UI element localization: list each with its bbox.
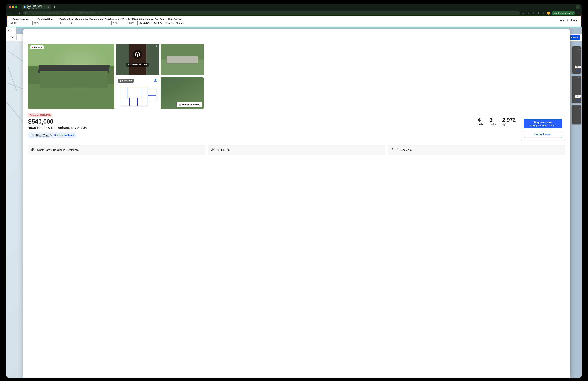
- feature-type: Single Family Residence, Residential: [28, 145, 206, 155]
- save-search-button[interactable]: search: [569, 35, 580, 40]
- fact-beds: 4 beds: [478, 117, 483, 126]
- browser-tab[interactable]: Z 4505 Renfrew Dr, Durham, N… ×: [22, 5, 51, 9]
- insurance-input[interactable]: [111, 21, 127, 25]
- new-tab-button[interactable]: +: [52, 5, 57, 9]
- location-search-input[interactable]: [8, 35, 17, 40]
- cta-box: Request a tour as early as today at 11:0…: [521, 116, 565, 141]
- tax-input[interactable]: [128, 21, 138, 25]
- profile-avatar[interactable]: [547, 12, 550, 15]
- for-sale-badge: For sale: [30, 45, 44, 49]
- extensions-icon[interactable]: ▥: [532, 12, 535, 14]
- site-info-icon[interactable]: ⓘ: [25, 12, 27, 15]
- fact-baths: 3 baths: [490, 117, 496, 126]
- svg-rect-1: [148, 89, 156, 102]
- net-cap-rate-label: Net Cap Rate: [150, 18, 164, 20]
- back-icon[interactable]: ←: [8, 12, 12, 14]
- tab-overflow-button[interactable]: ⌄: [576, 5, 580, 9]
- forward-icon[interactable]: →: [13, 12, 17, 14]
- extension-bar-highlight: Purchase price Expected Rent HOA ($/mo) …: [7, 16, 581, 27]
- building-icon: [31, 148, 35, 152]
- high-school-label: High School: [168, 18, 181, 20]
- facts-row: 4 beds 3 baths 2,972 sqft: [478, 117, 516, 141]
- cube-icon: [133, 50, 142, 59]
- floorplan-icon: ▦: [119, 80, 121, 82]
- hero-photo[interactable]: For sale: [28, 44, 114, 109]
- floor-plan-tile[interactable]: ▦ Floor plan: [116, 77, 159, 109]
- estimate-value: $3,077/mo: [36, 134, 48, 136]
- feature-lot-size: 3.66 Acres lot: [388, 145, 565, 155]
- high-school-value: Orange - Orange: [166, 21, 184, 24]
- hoa-input[interactable]: [59, 21, 69, 25]
- site-viewport: Bu search ♡ IDX™ ooo ♡ IDX™ ooo ♡: [6, 27, 582, 378]
- update-chrome-chip[interactable]: New Chrome available: [552, 11, 575, 15]
- edit-estimate-icon[interactable]: ✎: [50, 134, 52, 136]
- share-icon[interactable]: ⇪: [155, 45, 158, 48]
- url-bar[interactable]: ⓘ zillow.com/homedetails/4505-Renfrew-Dr…: [23, 11, 520, 15]
- search-icon[interactable]: ⌕: [521, 12, 525, 14]
- listing-address: 4505 Renfrew Dr, Durham, NC 27705: [28, 126, 471, 130]
- extension-bar: Purchase price Expected Rent HOA ($/mo) …: [7, 17, 581, 27]
- heart-icon[interactable]: ♡: [578, 106, 580, 110]
- card-menu-icon[interactable]: ooo: [576, 99, 580, 101]
- close-tab-icon[interactable]: ×: [48, 6, 49, 8]
- minimize-window-button[interactable]: [12, 6, 14, 8]
- listing-price: $540,000: [28, 118, 471, 125]
- results-rail: ♡ IDX™ ooo ♡ IDX™ ooo ♡: [572, 46, 581, 378]
- explore-3d-tour-label: EXPLORE 3D TOUR: [126, 63, 149, 67]
- maintenance-input[interactable]: [91, 21, 110, 25]
- nav-buy-link[interactable]: Bu: [8, 29, 11, 32]
- estimate-row: Est.: $3,077/mo ✎ Get pre-qualified: [28, 133, 76, 138]
- kebab-menu-icon[interactable]: ⋮: [576, 12, 580, 14]
- listing-panel: For sale ⇪ EXPLORE 3D TOUR: [23, 29, 570, 378]
- browser-window: Z 4505 Renfrew Dr, Durham, N… × + ⌄ ← → …: [6, 4, 582, 378]
- window-controls: [8, 6, 17, 8]
- toolbar: ← → ⟳ ⓘ zillow.com/homedetails/4505-Renf…: [6, 10, 582, 16]
- result-card[interactable]: ♡ IDX™ ooo: [572, 76, 581, 103]
- heart-icon[interactable]: ♡: [578, 47, 580, 51]
- maintenance-label: Maintenance (%/yr): [90, 18, 111, 20]
- gallery-photo[interactable]: ▦ See all 33 photos: [161, 77, 204, 109]
- close-window-button[interactable]: [9, 6, 11, 8]
- prop-mgmt-input[interactable]: [70, 21, 90, 25]
- hammer-icon: [210, 148, 215, 152]
- get-prequalified-link[interactable]: Get pre-qualified: [54, 134, 74, 136]
- card-menu-icon[interactable]: ooo: [576, 69, 580, 72]
- titlebar: Z 4505 Renfrew Dr, Durham, N… × + ⌄: [6, 4, 582, 10]
- grid-icon: ▦: [178, 103, 181, 106]
- request-tour-button[interactable]: Request a tour as early as today at 11:0…: [524, 119, 562, 128]
- tab-title: 4505 Renfrew Dr, Durham, N…: [27, 5, 47, 9]
- expected-rent-input[interactable]: [33, 21, 58, 25]
- see-all-photos-button[interactable]: ▦ See all 33 photos: [177, 102, 202, 107]
- fact-sqft: 2,972 sqft: [502, 117, 516, 126]
- gallery-photo[interactable]: [161, 44, 204, 75]
- reload-icon[interactable]: ⟳: [18, 12, 22, 14]
- bookmark-icon[interactable]: ☆: [526, 12, 530, 14]
- idx-badge: IDX™: [575, 95, 581, 98]
- feature-tiles: Single Family Residence, Residential Bui…: [28, 145, 565, 155]
- net-cap-rate-value: 5.81%: [153, 21, 162, 25]
- net-income-label: Net Income: [138, 18, 150, 20]
- svg-rect-2: [121, 98, 148, 106]
- purchase-price-label: Purchase price: [13, 18, 29, 20]
- extension-about-link[interactable]: About: [560, 18, 568, 22]
- extension-hide-link[interactable]: Hide: [571, 18, 578, 22]
- tour-photo[interactable]: ⇪ EXPLORE 3D TOUR: [116, 44, 159, 75]
- expected-rent-label: Expected Rent: [38, 18, 53, 20]
- insurance-label: Insurance ($/yr): [111, 18, 127, 20]
- zoom-window-button[interactable]: [15, 6, 17, 8]
- contact-agent-button[interactable]: Contact agent: [524, 131, 562, 138]
- heart-icon[interactable]: ♡: [578, 77, 580, 80]
- pip-icon[interactable]: ⧉: [537, 12, 540, 14]
- feature-year-built: Built in 1962: [208, 145, 385, 155]
- url-text: zillow.com/homedetails/4505-Renfrew-Dr-D…: [28, 12, 100, 14]
- zillow-logo-icon: [154, 79, 157, 83]
- tax-label: Tax ($/yr): [128, 18, 138, 20]
- result-card[interactable]: ♡: [572, 105, 581, 124]
- result-card[interactable]: ♡ IDX™ ooo: [572, 46, 581, 74]
- hoa-label: HOA ($/mo): [58, 18, 70, 20]
- status-dot-icon: [32, 47, 33, 48]
- prop-mgmt-label: Prop Management %: [69, 18, 91, 20]
- purchase-price-input[interactable]: [9, 21, 33, 25]
- net-income-value: $2,612: [140, 21, 149, 25]
- price-cut-badge: Price cut: $29K (7/23): [28, 113, 52, 117]
